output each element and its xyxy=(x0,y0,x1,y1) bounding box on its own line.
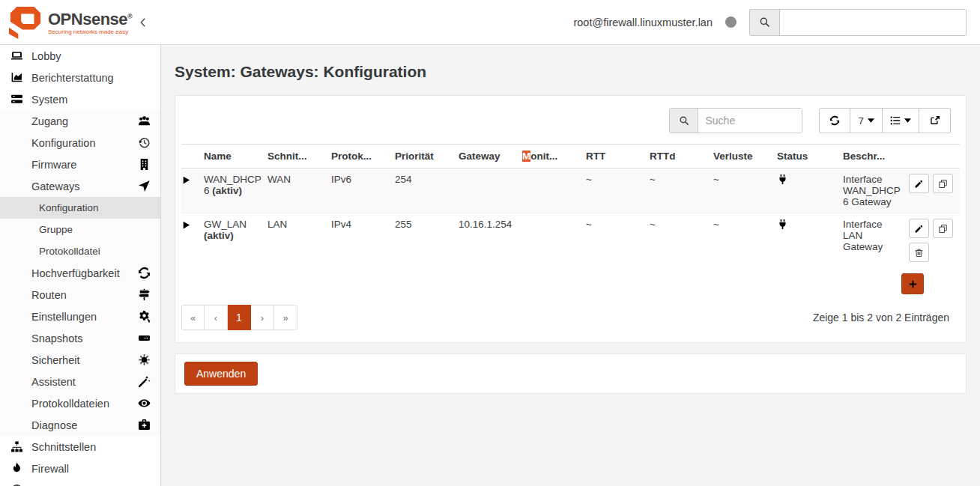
sidebar-item-assistent[interactable]: Assistent xyxy=(0,371,160,392)
table-search xyxy=(669,108,802,133)
apply-panel: Anwenden xyxy=(175,353,967,394)
pagination-first[interactable]: « xyxy=(181,305,205,330)
refresh-button[interactable] xyxy=(819,108,850,133)
cell-interface: WAN xyxy=(267,168,331,213)
col-loss[interactable]: Verluste xyxy=(713,145,777,168)
apply-button[interactable]: Anwenden xyxy=(184,362,258,386)
pagination-prev[interactable]: ‹ xyxy=(205,305,228,330)
cell-name: GW_LAN (aktiv) xyxy=(204,213,267,268)
sync-icon xyxy=(138,267,151,279)
col-description[interactable]: Beschr... xyxy=(843,145,909,168)
gateways-panel: 7 Name Schnit... Protok... Priorität xyxy=(175,95,967,343)
cell-monitor xyxy=(522,168,586,213)
brand-tagline: Securing networks made easy xyxy=(48,28,132,35)
col-protocol[interactable]: Protok... xyxy=(331,145,395,168)
col-rtt[interactable]: RTT xyxy=(586,145,650,168)
list-columns-icon xyxy=(890,115,901,126)
col-status[interactable]: Status xyxy=(777,145,843,168)
cell-rttd: ~ xyxy=(650,213,713,268)
gateways-table: Name Schnit... Protok... Priorität Gatew… xyxy=(181,144,960,267)
sidebar-item-konfiguration-system[interactable]: Konfiguration xyxy=(0,132,160,154)
status-dot[interactable] xyxy=(725,16,736,28)
pagination-last[interactable]: » xyxy=(274,305,297,330)
cell-priority: 255 xyxy=(395,213,459,268)
col-name[interactable]: Name xyxy=(204,145,267,168)
plug-online-icon xyxy=(777,219,788,230)
cell-description: Interface LAN Gateway xyxy=(843,213,909,268)
table-row: GW_LAN (aktiv) LAN IPv4 255 10.16.1.254 … xyxy=(181,213,960,268)
sidebar-item-schnittstellen[interactable]: Schnittstellen xyxy=(0,436,160,458)
history-icon xyxy=(138,136,151,149)
sidebar-item-routen[interactable]: Routen xyxy=(0,284,160,306)
pagination-next[interactable]: › xyxy=(251,305,274,330)
map-signs-icon xyxy=(138,288,151,301)
sidebar-item-protokolldateien[interactable]: Protokolldateien xyxy=(0,392,160,414)
columns-dropdown[interactable] xyxy=(883,108,919,133)
medkit-icon xyxy=(138,419,151,431)
cogs-icon xyxy=(138,310,151,323)
sidebar-item-gateways-konfiguration[interactable]: Konfiguration xyxy=(0,197,160,219)
grid-footer: « ‹ 1 › » Zeige 1 bis 2 von 2 Einträgen xyxy=(181,305,960,330)
delete-button[interactable] xyxy=(909,243,929,262)
eye-icon xyxy=(138,397,151,410)
fire-icon xyxy=(10,462,25,475)
brand-name: OPNsense® xyxy=(48,9,132,27)
clone-button[interactable] xyxy=(933,174,953,193)
sidebar-item-berichterstattung[interactable]: Berichterstattung xyxy=(0,67,160,88)
sidebar-collapse-button[interactable] xyxy=(138,17,148,28)
search-icon xyxy=(750,10,780,35)
sidebar-item-einstellungen[interactable]: Einstellungen xyxy=(0,306,160,327)
pencil-icon xyxy=(914,179,924,189)
sidebar-item-firmware[interactable]: Firmware xyxy=(0,154,160,175)
add-gateway-button[interactable] xyxy=(901,273,924,294)
sidebar-item-sicherheit[interactable]: Sicherheit xyxy=(0,349,160,371)
sidebar-item-system[interactable]: System xyxy=(0,88,160,110)
sitemap-icon xyxy=(10,440,25,453)
export-icon xyxy=(930,115,940,126)
search-highlight: M xyxy=(522,151,530,162)
table-search-input[interactable] xyxy=(698,109,802,133)
global-search-input[interactable] xyxy=(780,10,966,35)
plug-online-icon xyxy=(777,174,788,185)
edit-button[interactable] xyxy=(909,219,929,238)
location-arrow-icon xyxy=(138,180,151,192)
edit-button[interactable] xyxy=(909,174,929,193)
col-gateway[interactable]: Gateway xyxy=(459,145,522,168)
page-title: System: Gateways: Konfiguration xyxy=(175,63,967,81)
sidebar-item-snapshots[interactable]: Snapshots xyxy=(0,327,160,349)
sidebar-item-gateways[interactable]: Gateways xyxy=(0,175,160,197)
sidebar-item-firewall[interactable]: Firewall xyxy=(0,458,160,479)
sidebar-item-hochverfuegbarkeit[interactable]: Hochverfügbarkeit xyxy=(0,262,160,284)
cell-interface: LAN xyxy=(267,213,331,268)
sidebar-item-diagnose[interactable]: Diagnose xyxy=(0,414,160,436)
entries-summary: Zeige 1 bis 2 von 2 Einträgen xyxy=(813,312,949,324)
magic-wand-icon xyxy=(138,375,151,388)
col-interface[interactable]: Schnit... xyxy=(267,145,331,168)
col-priority[interactable]: Priorität xyxy=(395,145,459,168)
sidebar-item-vpn[interactable]: VPN xyxy=(0,479,160,486)
caret-down-icon xyxy=(904,118,911,123)
sidebar-item-zugang[interactable]: Zugang xyxy=(0,110,160,132)
bug-icon xyxy=(138,353,151,366)
table-header-row: Name Schnit... Protok... Priorität Gatew… xyxy=(181,145,960,168)
page-size-dropdown[interactable]: 7 xyxy=(850,108,883,133)
top-bar: OPNsense® Securing networks made easy ro… xyxy=(0,0,980,45)
export-button[interactable] xyxy=(919,108,951,133)
chevron-left-icon xyxy=(138,17,148,28)
sidebar-item-gateways-gruppe[interactable]: Gruppe xyxy=(0,219,160,240)
gateway-up-icon xyxy=(181,175,191,185)
pagination: « ‹ 1 › » xyxy=(181,305,297,330)
sidebar-item-lobby[interactable]: Lobby xyxy=(0,45,160,67)
caret-down-icon xyxy=(868,118,874,123)
search-icon xyxy=(670,109,698,133)
brand[interactable]: OPNsense® Securing networks made easy xyxy=(0,5,136,40)
cell-priority: 254 xyxy=(395,168,459,213)
clone-button[interactable] xyxy=(933,219,953,238)
col-rttd[interactable]: RTTd xyxy=(650,145,713,168)
cell-status xyxy=(777,213,843,268)
sidebar-item-gateways-protokolldatei[interactable]: Protokolldatei xyxy=(0,240,160,262)
pagination-page-1[interactable]: 1 xyxy=(228,305,251,330)
col-monitor[interactable]: Monit... xyxy=(522,145,586,168)
cell-status xyxy=(777,168,843,213)
main-content: System: Gateways: Konfiguration 7 xyxy=(161,45,980,486)
